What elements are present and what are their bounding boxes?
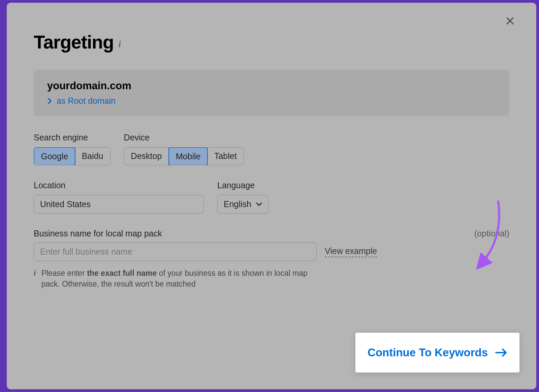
segment-desktop[interactable]: Desktop [124, 148, 169, 165]
segment-baidu[interactable]: Baidu [75, 148, 110, 165]
language-group: Language English [217, 181, 268, 214]
language-label: Language [217, 181, 268, 190]
domain-type-label: as Root domain [57, 96, 116, 106]
chevron-down-icon [256, 202, 262, 206]
chevron-right-icon [47, 98, 53, 104]
segment-mobile[interactable]: Mobile [168, 147, 208, 165]
arrow-right-icon [495, 348, 507, 357]
page-title: Targeting [34, 31, 114, 53]
domain-name: yourdomain.com [47, 80, 496, 92]
continue-to-keywords-button[interactable]: Continue To Keywords [355, 333, 519, 372]
device-segmented: Desktop Mobile Tablet [124, 147, 244, 165]
business-label: Business name for local map pack [34, 229, 162, 238]
location-label: Location [34, 181, 204, 190]
help-text: Please enter the exact full name of your… [41, 268, 311, 289]
close-button[interactable] [504, 15, 516, 27]
language-value: English [224, 199, 251, 209]
view-example-link[interactable]: View example [325, 246, 377, 257]
continue-label: Continue To Keywords [368, 346, 488, 359]
info-icon-small: i [34, 268, 36, 277]
engine-device-row: Search engine Google Baidu Device Deskto… [34, 133, 509, 165]
language-select[interactable]: English [217, 195, 268, 214]
targeting-modal: Targeting i yourdomain.com as Root domai… [7, 3, 536, 389]
business-name-input[interactable] [34, 242, 317, 261]
search-engine-label: Search engine [34, 133, 110, 142]
segment-google[interactable]: Google [34, 147, 75, 165]
business-label-row: Business name for local map pack (option… [34, 229, 509, 238]
info-icon[interactable]: i [118, 39, 121, 50]
domain-card: yourdomain.com as Root domain [34, 70, 509, 116]
device-label: Device [124, 133, 244, 142]
optional-text: (optional) [474, 229, 509, 238]
search-engine-group: Search engine Google Baidu [34, 133, 110, 165]
help-row: i Please enter the exact full name of yo… [34, 268, 509, 289]
close-icon [505, 16, 515, 26]
business-input-row: View example [34, 242, 509, 261]
device-group: Device Desktop Mobile Tablet [124, 133, 244, 165]
domain-type-link[interactable]: as Root domain [47, 96, 496, 106]
location-language-row: Location United States Language English [34, 181, 509, 214]
search-engine-segmented: Google Baidu [34, 147, 110, 165]
title-row: Targeting i [34, 31, 509, 53]
location-group: Location United States [34, 181, 204, 214]
location-input[interactable]: United States [34, 195, 204, 214]
segment-tablet[interactable]: Tablet [208, 148, 244, 165]
